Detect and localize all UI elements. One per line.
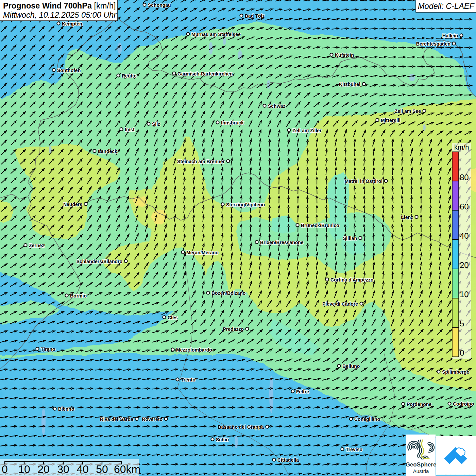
svg-text:Meran/Merano: Meran/Merano [186,250,219,255]
svg-text:20: 20 [37,463,50,475]
svg-text:Berchtesgaden: Berchtesgaden [416,41,451,47]
svg-text:km/h: km/h [454,143,469,151]
svg-text:Zell am See: Zell am See [395,108,421,114]
svg-text:Trento: Trento [181,377,196,382]
svg-text:Conegliano: Conegliano [354,417,380,422]
svg-text:Sonthofen: Sonthofen [57,68,81,73]
svg-text:Innsbruck: Innsbruck [221,120,244,125]
svg-text:Cittadella: Cittadella [277,457,299,463]
svg-text:Riva del Garda: Riva del Garda [100,417,133,422]
svg-text:Predazzo: Predazzo [223,326,244,332]
svg-text:10: 10 [18,463,30,475]
svg-text:Belluno: Belluno [342,363,360,369]
svg-text:Lienz: Lienz [401,215,413,220]
svg-text:30: 30 [57,463,69,475]
svg-text:Tirano: Tirano [41,346,55,352]
svg-text:Kufstein: Kufstein [335,52,354,58]
svg-text:Rovereto: Rovereto [142,417,163,422]
svg-text:Feltre: Feltre [296,389,309,394]
svg-text:0: 0 [460,348,464,357]
svg-text:Sillian: Sillian [343,236,357,241]
svg-text:Spilimbergo: Spilimbergo [442,369,470,375]
svg-text:50: 50 [96,463,108,475]
svg-text:Bassano del Grappa: Bassano del Grappa [218,424,264,430]
svg-text:Hallein: Hallein [442,33,458,38]
svg-text:GeoSphere: GeoSphere [406,461,437,468]
svg-text:Pordenone: Pordenone [407,402,431,407]
svg-text:Zell am Ziller: Zell am Ziller [292,128,322,133]
svg-text:Sterzing/Vipiteno: Sterzing/Vipiteno [226,202,265,207]
svg-text:Imst: Imst [125,127,135,132]
svg-text:Modell: C-LAEF: Modell: C-LAEF [418,2,475,11]
svg-text:Bad Tölz: Bad Tölz [245,13,265,19]
svg-text:Codroipo: Codroipo [453,401,474,407]
svg-text:Matrei in Osttirol: Matrei in Osttirol [345,178,382,184]
svg-text:Schlanders/Silandro: Schlanders/Silandro [76,259,122,264]
svg-text:20: 20 [460,260,469,270]
svg-text:40: 40 [460,231,469,240]
svg-text:Schio: Schio [216,437,229,442]
svg-text:Landeck: Landeck [98,149,117,154]
svg-text:Reutte: Reutte [122,73,137,79]
svg-text:Bormio: Bormio [70,293,87,299]
svg-text:10: 10 [460,290,469,299]
svg-text:Brixen/Bressanone: Brixen/Bressanone [260,240,304,245]
svg-text:Silz: Silz [152,121,160,127]
svg-text:Kempten: Kempten [62,21,82,27]
svg-text:Schongau: Schongau [148,2,171,8]
svg-text:Treviso: Treviso [346,447,362,452]
svg-text:60km: 60km [114,463,140,475]
svg-text:Bienno: Bienno [58,406,74,412]
svg-text:Austria: Austria [413,468,429,474]
svg-text:Prognose Wind 700hPa [km/h]: Prognose Wind 700hPa [km/h] [3,1,116,10]
svg-text:Pieve di Cadore: Pieve di Cadore [322,301,358,307]
svg-text:Cortina d'Ampezzo: Cortina d'Ampezzo [330,277,373,283]
svg-text:Mittersill: Mittersill [381,118,401,123]
svg-text:5: 5 [460,319,464,328]
svg-text:Nauders: Nauders [63,202,82,207]
svg-text:Schwaz: Schwaz [268,103,285,109]
svg-text:Mittwoch, 10.12.2025 05:00 Uhr: Mittwoch, 10.12.2025 05:00 Uhr [3,11,117,19]
svg-text:40: 40 [76,463,89,475]
svg-text:Garmisch-Partenkirchen: Garmisch-Partenkirchen [177,71,233,76]
svg-text:Kitzbühel: Kitzbühel [339,82,360,87]
svg-text:Cles: Cles [168,315,178,320]
svg-text:0: 0 [2,463,8,475]
svg-text:60: 60 [460,202,469,211]
svg-text:Zernez: Zernez [29,243,44,248]
svg-text:Steinach am Brenner: Steinach am Brenner [177,159,225,164]
svg-text:Murnau am Staffelsee: Murnau am Staffelsee [191,32,241,37]
svg-text:Bruneck/Brunico: Bruneck/Brunico [301,223,339,228]
svg-text:Mezzolombardo: Mezzolombardo [176,347,212,353]
svg-text:Bozen/Bolzano: Bozen/Bolzano [211,290,245,296]
svg-text:80: 80 [460,173,469,182]
